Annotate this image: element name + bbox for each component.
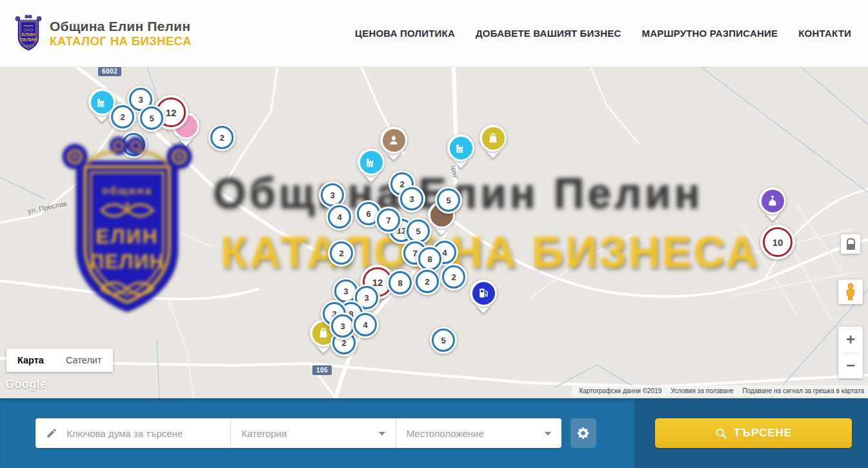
- site-title: Община Елин Пелин: [50, 19, 192, 34]
- lock-icon: [847, 238, 855, 250]
- svg-text:ПЕЛИН: ПЕЛИН: [20, 37, 37, 43]
- map-canvas[interactable]: 6002105ул. Преславбул. „Новоселци“ции“ 4…: [0, 66, 868, 398]
- advanced-settings-button[interactable]: [570, 418, 596, 448]
- street-view-pegman[interactable]: [838, 280, 863, 304]
- keyword-field[interactable]: [35, 418, 230, 448]
- gear-icon: [576, 426, 590, 440]
- nav-item-1[interactable]: ДОБАВЕТЕ ВАШИЯТ БИЗНЕС: [476, 28, 621, 39]
- map-type-button[interactable]: Карта: [6, 349, 55, 372]
- zoom-in-button[interactable]: +: [838, 327, 863, 352]
- satellite-type-button[interactable]: Сателит: [55, 349, 113, 372]
- attribution-text: Картографски данни ©2019: [579, 387, 661, 394]
- header: община ЕЛИН ПЕЛИН Община Елин Пелин КАТА…: [0, 0, 868, 67]
- zoom-out-button[interactable]: −: [838, 353, 863, 379]
- svg-text:община: община: [23, 24, 34, 27]
- chevron-down-icon: [545, 432, 551, 436]
- zoom-control: + −: [838, 327, 863, 378]
- nav-item-3[interactable]: КОНТАКТИ: [798, 28, 851, 39]
- chevron-down-icon: [379, 432, 385, 436]
- search-button-label: ТЪРСЕНЕ: [734, 427, 792, 440]
- attribution-link-1[interactable]: Условия за ползване: [671, 387, 733, 394]
- municipality-crest-icon: община ЕЛИН ПЕЛИН: [13, 14, 44, 53]
- nav-item-2[interactable]: МАРШРУТНО РАЗПИСАНИЕ: [641, 28, 778, 39]
- nav-item-0[interactable]: ЦЕНОВА ПОЛИТИКА: [355, 28, 455, 39]
- svg-text:ЕЛИН: ЕЛИН: [22, 32, 35, 37]
- main-nav: ЦЕНОВА ПОЛИТИКАДОБАВЕТЕ ВАШИЯТ БИЗНЕСМАР…: [355, 28, 851, 39]
- attribution-link-2[interactable]: Подаване на сигнал за грешка в картата: [743, 387, 864, 394]
- category-label: Категория: [241, 428, 287, 439]
- pegman-icon: [843, 283, 858, 301]
- search-icon: [715, 427, 727, 440]
- pencil-icon: [46, 427, 57, 439]
- map-attribution: Картографски данни ©2019Условия за ползв…: [572, 385, 868, 396]
- map-controls: Карта Сателит Google Картографски данни …: [0, 66, 868, 398]
- lock-control[interactable]: [841, 234, 860, 254]
- keyword-input[interactable]: [65, 427, 230, 440]
- map-type-control: Карта Сателит: [6, 349, 113, 372]
- location-select[interactable]: Местоположение: [396, 418, 561, 448]
- search-fields: Категория Местоположение: [35, 418, 561, 448]
- search-button[interactable]: ТЪРСЕНЕ: [655, 418, 852, 448]
- search-bar: Категория Местоположение ТЪРСЕНЕ: [0, 398, 868, 468]
- site-logo[interactable]: община ЕЛИН ПЕЛИН Община Елин Пелин КАТА…: [13, 14, 192, 53]
- location-label: Местоположение: [407, 428, 484, 439]
- site-subtitle: КАТАЛОГ НА БИЗНЕСА: [50, 34, 192, 48]
- category-select[interactable]: Категория: [230, 418, 395, 448]
- google-logo[interactable]: Google: [5, 378, 46, 391]
